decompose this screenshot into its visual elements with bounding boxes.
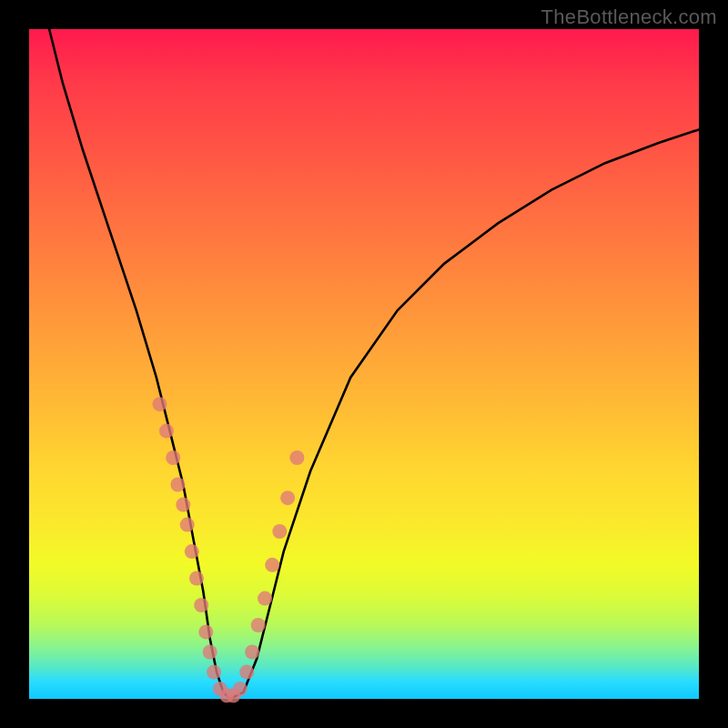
bottleneck-curve xyxy=(49,29,699,699)
marker-dot xyxy=(239,665,254,680)
marker-dot xyxy=(180,518,195,532)
chart-frame: TheBottleneck.com xyxy=(0,0,728,728)
marker-dot xyxy=(189,571,204,586)
plot-area xyxy=(29,29,699,699)
marker-dot xyxy=(245,645,259,660)
marker-dot xyxy=(272,524,287,539)
marker-dot xyxy=(251,618,266,632)
marker-dot xyxy=(207,665,221,680)
marker-dot xyxy=(280,490,295,505)
marker-dot xyxy=(198,624,213,639)
marker-dot xyxy=(176,498,190,512)
marker-dot xyxy=(153,397,167,411)
marker-dot xyxy=(233,682,248,696)
marker-dot xyxy=(265,558,279,572)
curve-svg xyxy=(29,29,699,699)
marker-dot xyxy=(258,592,272,606)
watermark-text: TheBottleneck.com xyxy=(541,5,717,29)
marker-dot xyxy=(185,544,199,559)
marker-dot xyxy=(289,450,304,465)
marker-dot xyxy=(170,478,185,492)
marker-dot xyxy=(203,645,217,660)
marker-dots xyxy=(153,397,305,703)
marker-dot xyxy=(194,598,208,612)
marker-dot xyxy=(159,424,174,439)
marker-dot xyxy=(166,450,180,465)
